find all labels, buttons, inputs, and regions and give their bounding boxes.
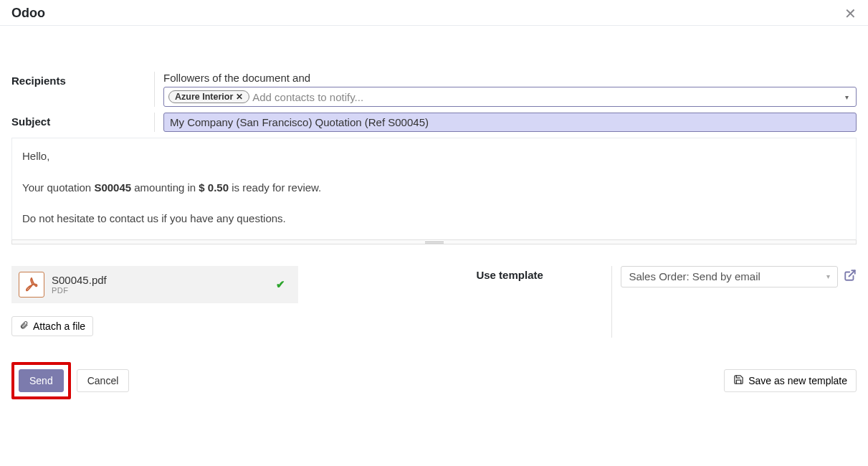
email-body-editor[interactable]: Hello, Your quotation S00045 amounting i… [11, 138, 857, 240]
recipient-tag[interactable]: Azure Interior ✕ [168, 90, 249, 103]
recipient-tag-label: Azure Interior [175, 92, 233, 102]
chevron-down-icon[interactable]: ▾ [826, 272, 830, 280]
check-icon: ✔ [276, 278, 285, 291]
svg-line-0 [849, 270, 854, 276]
subject-label: Subject [11, 113, 155, 132]
chevron-down-icon[interactable]: ▾ [845, 93, 849, 101]
body-line-quotation: Your quotation S00045 amounting in $ 0.5… [22, 179, 846, 197]
attachment-filetype: PDF [52, 286, 107, 295]
resize-handle[interactable] [11, 240, 857, 244]
save-as-new-template-button[interactable]: Save as new template [724, 369, 857, 392]
save-template-label: Save as new template [748, 375, 847, 386]
close-icon[interactable]: ✕ [844, 6, 857, 21]
recipients-label: Recipients [11, 72, 155, 107]
template-selected-value: Sales Order: Send by email [629, 270, 760, 282]
subject-input[interactable] [163, 113, 857, 132]
recipients-placeholder: Add contacts to notify... [252, 91, 363, 103]
body-greeting: Hello, [22, 147, 846, 166]
cancel-button[interactable]: Cancel [77, 369, 130, 392]
attach-file-label: Attach a file [33, 320, 85, 332]
send-button-highlight: Send [11, 362, 71, 399]
attachment-filename: S00045.pdf [52, 274, 107, 286]
recipients-input[interactable]: Azure Interior ✕ Add contacts to notify.… [163, 87, 857, 107]
remove-tag-icon[interactable]: ✕ [236, 92, 243, 102]
attachment-card[interactable]: S00045.pdf PDF ✔ [11, 266, 298, 303]
attach-file-button[interactable]: Attach a file [11, 316, 93, 336]
external-link-icon[interactable] [844, 266, 857, 285]
body-line-closing: Do not hesitate to contact us if you hav… [22, 209, 846, 228]
use-template-label: Use template [476, 266, 612, 338]
template-select[interactable]: Sales Order: Send by email ▾ [621, 266, 838, 287]
save-icon [733, 374, 744, 387]
paperclip-icon [19, 320, 29, 332]
send-button[interactable]: Send [19, 369, 64, 392]
followers-of-document-text: Followers of the document and [163, 72, 857, 84]
modal-title: Odoo [11, 6, 45, 21]
pdf-icon [19, 272, 44, 298]
